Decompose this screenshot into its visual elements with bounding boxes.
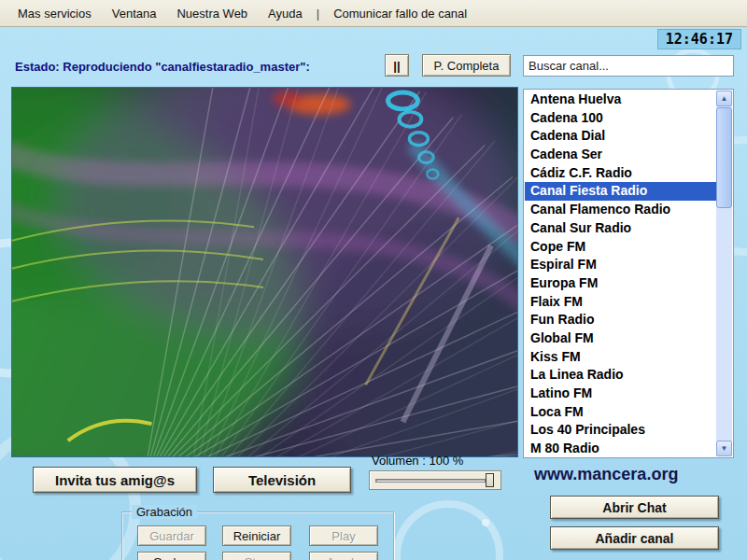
channel-item[interactable]: Canal Flamenco Radio [525,201,716,219]
channel-list-scrollbar[interactable]: ▲ ▼ [716,91,732,456]
channel-item[interactable]: Antena Huelva [525,91,716,109]
channel-item[interactable]: Latino FM [525,385,716,403]
channel-item[interactable]: M 80 Radio [525,440,716,456]
channel-list: Antena Huelva Cadena 100 Cadena Dial Cad… [523,89,734,458]
video-area [11,87,518,457]
channel-item[interactable]: Cádiz C.F. Radio [525,164,716,183]
menu-separator: | [313,7,323,21]
channel-items: Antena Huelva Cadena 100 Cadena Dial Cad… [525,91,716,456]
volume-slider-thumb[interactable] [486,473,494,487]
scroll-down-icon: ▼ [721,444,728,453]
channel-item[interactable]: Loca FM [525,403,716,422]
save-button: Guardar [137,525,206,546]
television-button[interactable]: Televisión [213,467,351,493]
menu-item-mas-servicios[interactable]: Mas servicios [7,2,102,25]
channel-item[interactable]: Espiral FM [525,256,716,274]
scroll-up-icon: ▲ [721,94,728,103]
channel-item-selected[interactable]: Canal Fiesta Radio [525,182,716,201]
fullscreen-button[interactable]: P. Completa [422,54,511,77]
volume-slider[interactable] [369,470,501,490]
recording-groupbox: Grabación Guardar Reiniciar Play Grabar … [121,511,394,560]
channel-item[interactable]: La Linea Radio [525,366,716,385]
channel-item[interactable]: Cadena 100 [525,109,716,128]
play-button: Play [309,525,378,546]
menu-item-ventana[interactable]: Ventana [102,2,167,25]
help-button: Ayuda [309,552,378,560]
pause-button[interactable]: || [385,54,409,77]
channel-item[interactable]: Global FM [525,329,716,348]
add-channel-button[interactable]: Añadir canal [550,526,719,550]
music-visualization [12,88,517,456]
menubar: Mas servicios Ventana Nuestra Web Ayuda … [0,0,747,27]
channel-item[interactable]: Fun Radio [525,311,716,329]
channel-item[interactable]: Flaix FM [525,293,716,312]
menu-item-ayuda[interactable]: Ayuda [258,2,313,25]
volume-label: Volumen : 100 % [372,454,463,468]
menu-item-nuestra-web[interactable]: Nuestra Web [166,2,258,25]
scroll-thumb[interactable] [716,107,732,208]
restart-button[interactable]: Reiniciar [222,525,291,546]
menu-item-comunicar-fallo[interactable]: Comunicar fallo de canal [323,2,477,25]
channel-item[interactable]: Europa FM [525,274,716,293]
recording-group-title: Grabación [132,505,197,519]
volume-slider-groove [375,479,486,483]
scroll-up-button[interactable]: ▲ [716,91,732,106]
channel-item[interactable]: Kiss FM [525,348,716,367]
channel-item[interactable]: Cadena Ser [525,146,716,164]
invite-friends-button[interactable]: Invita tus amig@s [33,467,197,493]
channel-item[interactable]: Cope FM [525,238,716,257]
radio-player-window: Mas servicios Ventana Nuestra Web Ayuda … [0,0,747,560]
record-button[interactable]: Grabar [137,552,206,560]
clock-display: 12:46:17 [657,29,741,49]
channel-item[interactable]: Cadena Dial [525,127,716,146]
channel-search-input[interactable] [523,55,734,77]
channel-item[interactable]: Los 40 Principales [525,421,716,440]
scroll-down-button[interactable]: ▼ [716,441,732,456]
open-chat-button[interactable]: Abrir Chat [550,496,719,519]
stop-button: Stop [222,552,291,560]
playback-status-text: Estado: Reproduciendo "canalfiestaradio_… [15,60,310,74]
website-link[interactable]: www.mancera.org [534,465,734,484]
channel-item[interactable]: Canal Sur Radio [525,219,716,238]
